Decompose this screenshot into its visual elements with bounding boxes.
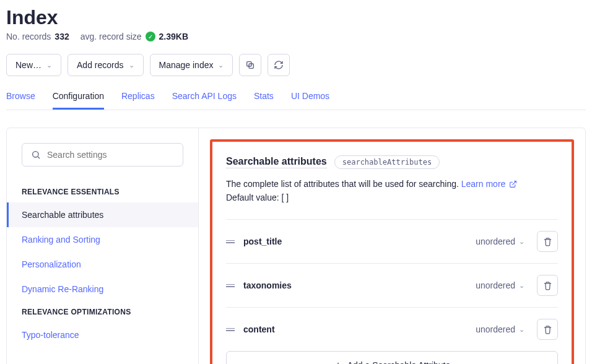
- search-icon: [31, 150, 41, 160]
- refresh-button[interactable]: [268, 54, 290, 76]
- main-panel: Searchable attributes searchableAttribut…: [199, 128, 585, 364]
- chevron-down-icon: ⌄: [129, 61, 134, 69]
- attribute-mode-label: unordered: [476, 236, 515, 246]
- search-settings-box[interactable]: [22, 143, 183, 167]
- attribute-name: content: [243, 324, 467, 334]
- sidebar-item-personalization[interactable]: Personalization: [7, 252, 198, 277]
- sidebar-item-dynamic-re-ranking[interactable]: Dynamic Re-Ranking: [7, 277, 198, 301]
- attribute-row: taxonomiesunordered⌄: [226, 263, 558, 307]
- copy-button[interactable]: [239, 54, 261, 76]
- tab-configuration[interactable]: Configuration: [53, 91, 104, 110]
- tab-search-api-logs[interactable]: Search API Logs: [172, 91, 237, 110]
- copy-icon: [245, 60, 255, 70]
- add-records-label: Add records: [77, 60, 123, 70]
- drag-handle-icon[interactable]: [226, 240, 235, 243]
- chevron-down-icon: ⌄: [46, 61, 52, 69]
- learn-more-link[interactable]: Learn more: [461, 179, 517, 189]
- tab-browse[interactable]: Browse: [6, 91, 35, 110]
- attribute-mode-select[interactable]: unordered⌄: [476, 236, 528, 246]
- drag-handle-icon[interactable]: [226, 284, 235, 287]
- attribute-mode-select[interactable]: unordered⌄: [476, 324, 528, 334]
- attribute-row: post_titleunordered⌄: [226, 219, 558, 263]
- new-button-label: New…: [15, 60, 41, 70]
- index-stats: No. records 332 avg. record size ✓ 2.39K…: [6, 32, 586, 41]
- chevron-down-icon: ⌄: [519, 238, 525, 246]
- sidebar-item-typo-tolerance[interactable]: Typo-tolerance: [7, 323, 198, 347]
- settings-sidebar: RELEVANCE ESSENTIALSSearchable attribute…: [7, 128, 199, 364]
- sidebar-section-title: RELEVANCE ESSENTIALS: [7, 181, 198, 202]
- section-description: The complete list of attributes that wil…: [226, 179, 461, 189]
- attribute-mode-label: unordered: [476, 324, 515, 334]
- sidebar-item-ranking-and-sorting[interactable]: Ranking and Sorting: [7, 227, 198, 252]
- avg-size-label: avg. record size: [81, 32, 142, 41]
- trash-icon: [543, 237, 552, 246]
- external-link-icon: [509, 180, 517, 188]
- attribute-mode-select[interactable]: unordered⌄: [476, 280, 528, 290]
- drag-handle-icon[interactable]: [226, 328, 235, 331]
- attribute-name: taxonomies: [243, 280, 467, 290]
- add-attr-label: Add a Searchable Attribute: [347, 360, 451, 364]
- records-value: 332: [54, 32, 69, 41]
- plus-icon: [334, 361, 342, 364]
- search-settings-input[interactable]: [47, 150, 174, 160]
- tab-replicas[interactable]: Replicas: [121, 91, 155, 110]
- tab-stats[interactable]: Stats: [254, 91, 274, 110]
- delete-attribute-button[interactable]: [537, 319, 558, 340]
- new-button[interactable]: New… ⌄: [6, 54, 61, 76]
- sidebar-item-searchable-attributes[interactable]: Searchable attributes: [7, 202, 198, 227]
- manage-index-label: Manage index: [159, 60, 214, 70]
- attribute-mode-label: unordered: [476, 280, 515, 290]
- chevron-down-icon: ⌄: [218, 61, 224, 69]
- sidebar-section-title: RELEVANCE OPTIMIZATIONS: [7, 301, 198, 323]
- refresh-icon: [274, 60, 284, 70]
- add-searchable-attribute-button[interactable]: Add a Searchable Attribute: [226, 351, 558, 364]
- default-value-label: Default value: [ ]: [226, 193, 289, 202]
- section-title: Searchable attributes: [226, 156, 327, 168]
- learn-more-label: Learn more: [461, 179, 506, 189]
- delete-attribute-button[interactable]: [537, 275, 558, 296]
- trash-icon: [543, 325, 552, 334]
- check-icon: ✓: [146, 32, 155, 41]
- chevron-down-icon: ⌄: [519, 282, 525, 290]
- attribute-row: contentunordered⌄: [226, 307, 558, 351]
- add-records-button[interactable]: Add records ⌄: [67, 54, 143, 76]
- toolbar: New… ⌄ Add records ⌄ Manage index ⌄: [6, 54, 586, 76]
- tab-ui-demos[interactable]: UI Demos: [291, 91, 329, 110]
- records-label: No. records: [6, 32, 51, 41]
- trash-icon: [543, 281, 552, 290]
- api-param-name: searchableAttributes: [334, 155, 440, 169]
- delete-attribute-button[interactable]: [537, 231, 558, 252]
- tabs: BrowseConfigurationReplicasSearch API Lo…: [6, 91, 586, 110]
- attribute-name: post_title: [243, 236, 467, 246]
- page-title: Index: [6, 6, 586, 29]
- avg-size-value: 2.39KB: [159, 32, 188, 41]
- manage-index-button[interactable]: Manage index ⌄: [150, 54, 233, 76]
- svg-point-2: [33, 152, 38, 157]
- chevron-down-icon: ⌄: [519, 326, 525, 334]
